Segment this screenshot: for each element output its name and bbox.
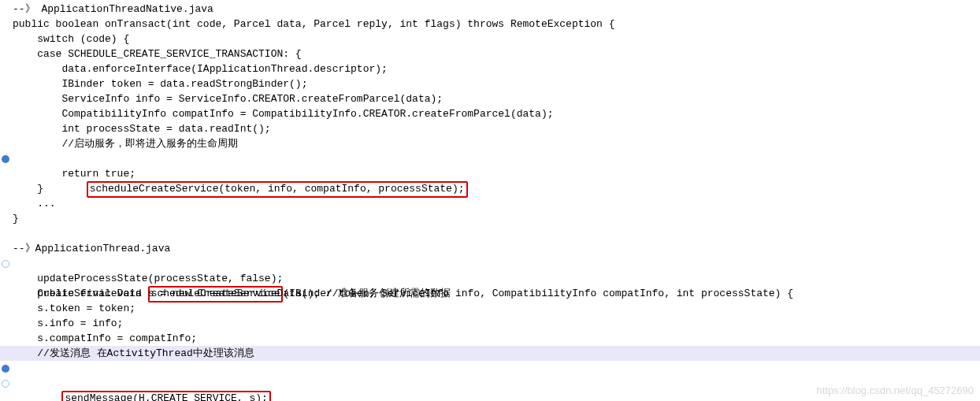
code-line: CompatibilityInfo compatInfo = Compatibi…: [0, 106, 980, 121]
code-text: switch (code) {: [13, 33, 129, 45]
code-text: data.enforceInterface(IApplicationThread…: [13, 63, 388, 75]
highlighted-call: sendMessage(H.CREATE_SERVICE, s);: [61, 391, 270, 401]
code-line: s.compatInfo = compatInfo;: [0, 331, 980, 346]
breakpoint-icon[interactable]: [2, 365, 9, 373]
code-text: --》 ApplicationThreadNative.java: [13, 3, 213, 15]
code-text: updateProcessState(processState, false);: [13, 273, 283, 284]
code-text: ServiceInfo info = ServiceInfo.CREATOR.c…: [13, 93, 443, 105]
code-editor: --》 ApplicationThreadNative.java public …: [0, 2, 980, 391]
breakpoint-icon[interactable]: [2, 155, 9, 163]
code-line: case SCHEDULE_CREATE_SERVICE_TRANSACTION…: [0, 46, 980, 61]
code-text: IBinder token = data.readStrongBinder();: [13, 78, 307, 90]
code-line: public final void scheduleCreateService(…: [0, 256, 980, 271]
code-text: return true;: [13, 168, 135, 180]
code-line: //启动服务，即将进入服务的生命周期: [0, 136, 980, 151]
breakpoint-outline-icon[interactable]: [2, 260, 9, 268]
code-line: switch (code) {: [0, 32, 980, 46]
code-line: s.info = info;: [0, 316, 980, 331]
code-line: }: [0, 181, 980, 196]
code-line: public boolean onTransact(int code, Parc…: [0, 17, 980, 32]
breakpoint-outline-icon[interactable]: [2, 380, 9, 388]
code-text: }: [13, 183, 43, 195]
code-line: CreateServiceData s = new CreateServiceD…: [0, 286, 980, 301]
code-text: s.compatInfo = compatInfo;: [13, 332, 197, 344]
code-line: data.enforceInterface(IApplicationThread…: [0, 61, 980, 76]
code-line: --》 ApplicationThreadNative.java: [0, 2, 980, 17]
code-text: [37, 392, 61, 401]
code-line: scheduleCreateService(token, info, compa…: [0, 151, 980, 166]
code-text: //发送消息 在ActivityThread中处理该消息: [13, 347, 254, 359]
code-line: ServiceInfo info = ServiceInfo.CREATOR.c…: [0, 91, 980, 106]
code-line: [0, 226, 980, 241]
code-line: //发送消息 在ActivityThread中处理该消息: [0, 346, 980, 361]
code-text: --》ApplicationThread.java: [13, 243, 170, 254]
code-text: ...: [13, 198, 56, 210]
code-line: updateProcessState(processState, false);: [0, 271, 980, 286]
code-text: }: [13, 213, 19, 225]
code-line: }: [0, 211, 980, 226]
code-line: --》ApplicationThread.java: [0, 241, 980, 256]
code-line: }: [0, 376, 980, 391]
code-text: int processState = data.readInt();: [13, 123, 271, 135]
code-line: ...: [0, 196, 980, 211]
code-text: s.token = token;: [13, 303, 135, 314]
code-line: return true;: [0, 166, 980, 181]
code-line: sendMessage(H.CREATE_SERVICE, s);: [0, 361, 980, 376]
code-text: s.info = info;: [13, 317, 123, 329]
code-text: public boolean onTransact(int code, Parc…: [13, 18, 615, 30]
code-line: s.token = token;: [0, 301, 980, 316]
code-line: int processState = data.readInt();: [0, 121, 980, 136]
code-text: CompatibilityInfo compatInfo = Compatibi…: [13, 108, 554, 120]
code-text: case SCHEDULE_CREATE_SERVICE_TRANSACTION…: [13, 48, 302, 60]
code-text: CreateServiceData s = new CreateServiceD…: [13, 288, 451, 299]
code-line: IBinder token = data.readStrongBinder();: [0, 76, 980, 91]
code-text: //启动服务，即将进入服务的生命周期: [13, 138, 238, 150]
